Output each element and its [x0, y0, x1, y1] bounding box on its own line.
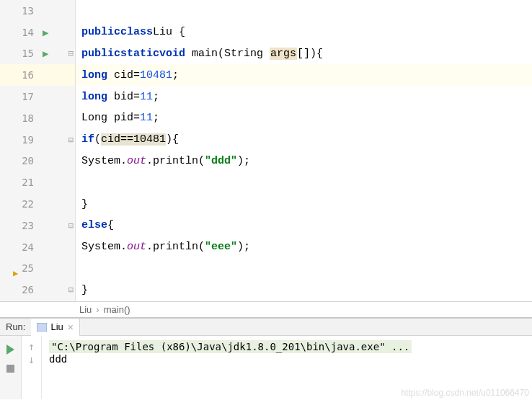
run-label: Run: — [0, 321, 31, 332]
run-gutter-icon[interactable]: ▶ — [43, 48, 48, 59]
up-button[interactable]: ↑ — [28, 340, 35, 353]
run-toolbar — [0, 336, 22, 399]
watermark: https://blog.csdn.net/u011066470 — [402, 388, 529, 398]
down-button[interactable]: ↓ — [28, 353, 35, 366]
arrow-up-icon: ↑ — [28, 340, 35, 353]
run-panel-header: Run: Liu × — [0, 317, 532, 336]
code-line[interactable]: public static void main(String args[]){ — [76, 43, 532, 65]
breadcrumb-separator-icon: › — [96, 304, 99, 315]
line-number: 23 — [0, 220, 40, 231]
code-line[interactable] — [76, 258, 532, 280]
arrow-down-icon: ↓ — [28, 353, 35, 366]
stop-icon — [6, 365, 14, 373]
code-line[interactable]: System.out.println("ddd"); — [76, 151, 532, 172]
fold-icon[interactable]: ⊟ — [68, 135, 74, 145]
caret-indicator-icon: ▶ — [13, 268, 18, 278]
line-number: 26 — [0, 284, 40, 295]
line-number: 25 — [0, 262, 40, 274]
fold-icon[interactable]: ⊟ — [68, 285, 74, 295]
svg-rect-0 — [37, 323, 47, 332]
code-line[interactable] — [76, 0, 532, 22]
line-number: 15 — [0, 48, 40, 59]
line-number: 20 — [0, 155, 40, 166]
line-number: 17 — [0, 91, 40, 102]
line-number: 16 — [0, 69, 40, 81]
line-number: 13 — [0, 5, 40, 17]
console-command: "C:\Program Files (x86)\Java\jdk1.8.0_20… — [49, 340, 412, 353]
fold-icon[interactable]: ⊟ — [68, 221, 74, 231]
console-output[interactable]: "C:\Program Files (x86)\Java\jdk1.8.0_20… — [42, 336, 532, 399]
run-nav-toolbar: ↑ ↓ — [22, 336, 42, 399]
run-gutter-icon[interactable]: ▶ — [43, 27, 48, 38]
breadcrumb-method[interactable]: main() — [104, 304, 130, 315]
code-line[interactable]: public class Liu { — [76, 22, 532, 43]
rerun-button[interactable] — [6, 340, 14, 359]
breadcrumb[interactable]: Liu › main() — [0, 301, 532, 317]
code-line[interactable]: long cid=10481; — [76, 64, 532, 86]
code-area[interactable]: public class Liu { public static void ma… — [76, 0, 532, 301]
line-number: 22 — [0, 198, 40, 210]
code-line[interactable] — [76, 172, 532, 193]
code-line[interactable]: } — [76, 193, 532, 215]
fold-icon[interactable]: ⊟ — [68, 48, 74, 58]
breadcrumb-class[interactable]: Liu — [79, 304, 92, 315]
line-number: 21 — [0, 177, 40, 188]
gutter: 13 14▶ 15▶⊟ 16 17 18 19⊟ 20 21 22 23⊟ 24… — [0, 0, 76, 301]
close-icon[interactable]: × — [68, 321, 74, 333]
run-tab[interactable]: Liu × — [31, 319, 80, 336]
code-line[interactable]: System.out.println("eee"); — [76, 236, 532, 258]
run-tab-label: Liu — [50, 321, 63, 332]
tab-config-icon — [37, 323, 47, 332]
line-number: 24 — [0, 241, 40, 253]
line-number: 18 — [0, 112, 40, 124]
line-number: 19 — [0, 134, 40, 146]
code-editor[interactable]: 13 14▶ 15▶⊟ 16 17 18 19⊟ 20 21 22 23⊟ 24… — [0, 0, 532, 301]
console-line: ddd — [49, 353, 525, 365]
code-line[interactable]: } — [76, 279, 532, 301]
play-icon — [6, 345, 14, 355]
run-panel: ↑ ↓ "C:\Program Files (x86)\Java\jdk1.8.… — [0, 336, 532, 399]
code-line[interactable]: long bid=11; — [76, 86, 532, 107]
stop-button[interactable] — [6, 359, 14, 378]
code-line[interactable]: else{ — [76, 215, 532, 236]
code-line[interactable]: if(cid==10481){ — [76, 129, 532, 151]
code-line[interactable]: Long pid=11; — [76, 107, 532, 129]
line-number: 14 — [0, 27, 40, 38]
